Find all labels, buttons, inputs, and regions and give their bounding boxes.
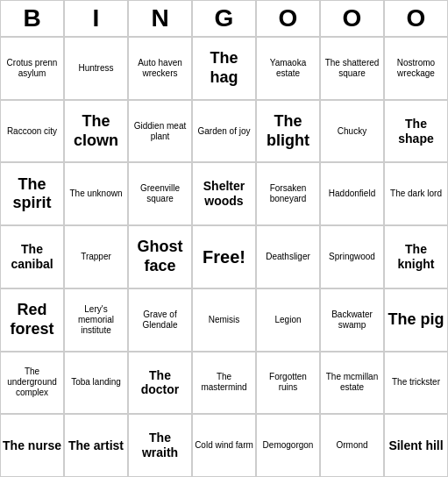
grid-cell-45: Cold wind farm <box>192 414 256 477</box>
grid-cell-18: Forsaken boneyard <box>256 162 320 225</box>
grid-cell-4: Yamaoka estate <box>256 37 320 100</box>
grid-cell-23: Ghost face <box>128 225 192 288</box>
grid-cell-6: Nostromo wreckage <box>384 37 448 100</box>
bingo-header: BINGOOO <box>0 0 448 37</box>
grid-cell-30: Grave of Glendale <box>128 288 192 352</box>
grid-cell-43: The artist <box>64 414 128 477</box>
bingo-grid: Crotus prenn asylumHuntressAuto haven wr… <box>0 37 448 477</box>
grid-cell-11: The blight <box>256 100 320 163</box>
grid-cell-14: The spirit <box>0 162 64 225</box>
grid-cell-29: Lery's memorial institute <box>64 288 128 352</box>
grid-cell-46: Demogorgon <box>256 414 320 477</box>
grid-cell-42: The nurse <box>0 414 64 477</box>
grid-cell-24: Free! <box>192 225 256 288</box>
grid-cell-41: The trickster <box>384 352 448 415</box>
grid-cell-20: The dark lord <box>384 162 448 225</box>
grid-cell-35: The underground complex <box>0 352 64 415</box>
grid-cell-1: Huntress <box>64 37 128 100</box>
header-cell-g: G <box>192 0 256 37</box>
grid-cell-2: Auto haven wreckers <box>128 37 192 100</box>
grid-cell-10: Garden of joy <box>192 100 256 163</box>
grid-cell-34: The pig <box>384 288 448 352</box>
grid-cell-26: Springwood <box>320 225 384 288</box>
grid-cell-8: The clown <box>64 100 128 163</box>
grid-cell-38: The mastermind <box>192 352 256 415</box>
grid-cell-44: The wraith <box>128 414 192 477</box>
header-cell-b: B <box>0 0 64 37</box>
grid-cell-25: Deathsliger <box>256 225 320 288</box>
grid-cell-40: The mcmillan estate <box>320 352 384 415</box>
grid-cell-36: Toba landing <box>64 352 128 415</box>
grid-cell-28: Red forest <box>0 288 64 352</box>
grid-cell-3: The hag <box>192 37 256 100</box>
header-cell-o: O <box>320 0 384 37</box>
grid-cell-5: The shattered square <box>320 37 384 100</box>
grid-cell-0: Crotus prenn asylum <box>0 37 64 100</box>
grid-cell-39: Forgotten ruins <box>256 352 320 415</box>
grid-cell-48: Silent hill <box>384 414 448 477</box>
header-cell-o: O <box>256 0 320 37</box>
grid-cell-31: Nemisis <box>192 288 256 352</box>
grid-cell-9: Giddien meat plant <box>128 100 192 163</box>
header-cell-i: I <box>64 0 128 37</box>
grid-cell-37: The doctor <box>128 352 192 415</box>
grid-cell-17: Shelter woods <box>192 162 256 225</box>
grid-cell-22: Trapper <box>64 225 128 288</box>
header-cell-n: N <box>128 0 192 37</box>
grid-cell-47: Ormond <box>320 414 384 477</box>
grid-cell-19: Haddonfield <box>320 162 384 225</box>
grid-cell-13: The shape <box>384 100 448 163</box>
grid-cell-33: Backwater swamp <box>320 288 384 352</box>
grid-cell-32: Legion <box>256 288 320 352</box>
header-cell-o: O <box>384 0 448 37</box>
grid-cell-27: The knight <box>384 225 448 288</box>
grid-cell-15: The unknown <box>64 162 128 225</box>
grid-cell-7: Raccoon city <box>0 100 64 163</box>
grid-cell-16: Greenville square <box>128 162 192 225</box>
grid-cell-21: The canibal <box>0 225 64 288</box>
grid-cell-12: Chucky <box>320 100 384 163</box>
